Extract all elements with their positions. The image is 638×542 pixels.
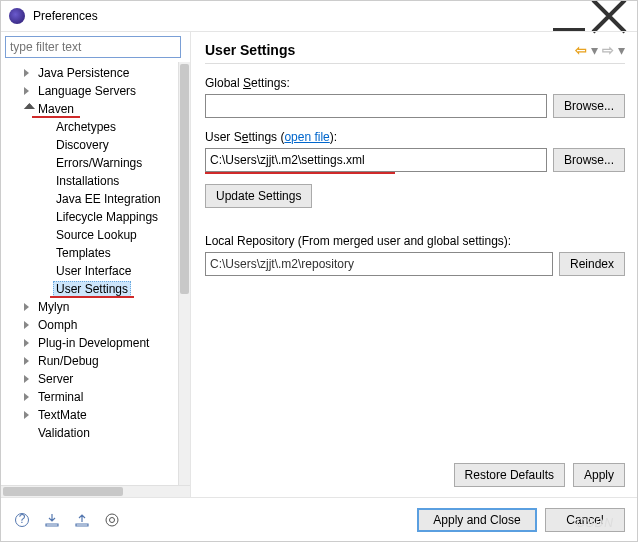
- tree-item-label: Java EE Integration: [53, 191, 164, 207]
- expand-icon[interactable]: [21, 84, 35, 98]
- tree-item-java-persistence[interactable]: Java Persistence: [3, 64, 178, 82]
- local-repo-input[interactable]: [205, 252, 553, 276]
- tree-item-label: TextMate: [35, 407, 90, 423]
- no-icon: [39, 138, 53, 152]
- tree-item-mylyn[interactable]: Mylyn: [3, 298, 178, 316]
- tree-item-user-interface[interactable]: User Interface: [3, 262, 178, 280]
- tree-item-errors-warnings[interactable]: Errors/Warnings: [3, 154, 178, 172]
- footer: ? Apply and Close Cancel CSDN: [1, 497, 637, 541]
- tree-item-lifecycle-mappings[interactable]: Lifecycle Mappings: [3, 208, 178, 226]
- tree-item-label: Language Servers: [35, 83, 139, 99]
- user-browse-button[interactable]: Browse...: [553, 148, 625, 172]
- tree-item-label: Source Lookup: [53, 227, 140, 243]
- tree-item-terminal[interactable]: Terminal: [3, 388, 178, 406]
- back-icon[interactable]: ⇦: [575, 42, 587, 58]
- nav-icons: ⇦ ▾ ⇨ ▾: [575, 42, 625, 58]
- tree-item-templates[interactable]: Templates: [3, 244, 178, 262]
- user-settings-input[interactable]: [205, 148, 547, 172]
- expand-icon[interactable]: [21, 66, 35, 80]
- close-button[interactable]: [589, 2, 629, 30]
- update-settings-button[interactable]: Update Settings: [205, 184, 312, 208]
- page-header: User Settings ⇦ ▾ ⇨ ▾: [205, 36, 625, 64]
- no-icon: [39, 120, 53, 134]
- tree-item-label: Lifecycle Mappings: [53, 209, 161, 225]
- tree-item-discovery[interactable]: Discovery: [3, 136, 178, 154]
- no-icon: [39, 192, 53, 206]
- sidebar: Java PersistenceLanguage ServersMavenArc…: [1, 32, 191, 497]
- restore-defaults-button[interactable]: Restore Defaults: [454, 463, 565, 487]
- tree-item-label: Discovery: [53, 137, 112, 153]
- expand-icon[interactable]: [21, 300, 35, 314]
- tree-item-label: Templates: [53, 245, 114, 261]
- expand-icon[interactable]: [21, 318, 35, 332]
- tree-item-installations[interactable]: Installations: [3, 172, 178, 190]
- oomph-icon[interactable]: [103, 511, 121, 529]
- tree-item-label: Maven: [35, 101, 77, 117]
- global-browse-button[interactable]: Browse...: [553, 94, 625, 118]
- tree-item-textmate[interactable]: TextMate: [3, 406, 178, 424]
- tree-item-label: Server: [35, 371, 76, 387]
- tree-item-java-ee-integration[interactable]: Java EE Integration: [3, 190, 178, 208]
- no-icon: [39, 264, 53, 278]
- svg-text:?: ?: [19, 512, 26, 526]
- tree-item-maven[interactable]: Maven: [3, 100, 178, 118]
- svg-point-4: [110, 517, 115, 522]
- import-icon[interactable]: [43, 511, 61, 529]
- tree-item-user-settings[interactable]: User Settings: [3, 280, 178, 298]
- svg-point-3: [106, 514, 118, 526]
- main-area: Java PersistenceLanguage ServersMavenArc…: [1, 31, 637, 497]
- tree-item-label: Plug-in Development: [35, 335, 152, 351]
- tree-item-plug-in-development[interactable]: Plug-in Development: [3, 334, 178, 352]
- tree-item-label: Java Persistence: [35, 65, 132, 81]
- footer-icons: ?: [13, 511, 121, 529]
- no-icon: [39, 282, 53, 296]
- no-icon: [39, 210, 53, 224]
- no-icon: [39, 174, 53, 188]
- local-repo-label: Local Repository (From merged user and g…: [205, 234, 625, 248]
- tree-item-archetypes[interactable]: Archetypes: [3, 118, 178, 136]
- help-icon[interactable]: ?: [13, 511, 31, 529]
- tree-item-validation[interactable]: Validation: [3, 424, 178, 442]
- no-icon: [39, 246, 53, 260]
- back-menu-icon[interactable]: ▾: [591, 42, 598, 58]
- tree-item-source-lookup[interactable]: Source Lookup: [3, 226, 178, 244]
- tree-item-label: User Interface: [53, 263, 134, 279]
- forward-icon[interactable]: ⇨: [602, 42, 614, 58]
- app-icon: [9, 8, 25, 24]
- tree-item-server[interactable]: Server: [3, 370, 178, 388]
- tree-item-label: Installations: [53, 173, 122, 189]
- vertical-scrollbar[interactable]: [178, 62, 190, 485]
- export-icon[interactable]: [73, 511, 91, 529]
- expand-icon[interactable]: [21, 390, 35, 404]
- no-icon: [39, 156, 53, 170]
- footer-buttons: Apply and Close Cancel: [417, 508, 625, 532]
- titlebar: Preferences: [1, 1, 637, 31]
- expand-icon[interactable]: [21, 354, 35, 368]
- tree-item-run-debug[interactable]: Run/Debug: [3, 352, 178, 370]
- tree-item-label: User Settings: [53, 281, 131, 297]
- filter-input[interactable]: [5, 36, 181, 58]
- tree-item-oomph[interactable]: Oomph: [3, 316, 178, 334]
- tree-item-label: Archetypes: [53, 119, 119, 135]
- expand-icon[interactable]: [21, 102, 35, 116]
- open-file-link[interactable]: open file: [284, 130, 329, 144]
- reindex-button[interactable]: Reindex: [559, 252, 625, 276]
- page-buttons: Restore Defaults Apply: [205, 453, 625, 497]
- expand-icon[interactable]: [21, 336, 35, 350]
- page-title: User Settings: [205, 42, 575, 58]
- content-pane: User Settings ⇦ ▾ ⇨ ▾ Global Settings: B…: [191, 32, 637, 497]
- tree-item-label: Run/Debug: [35, 353, 102, 369]
- tree-item-label: Validation: [35, 425, 93, 441]
- expand-icon[interactable]: [21, 408, 35, 422]
- expand-icon[interactable]: [21, 372, 35, 386]
- tree-item-language-servers[interactable]: Language Servers: [3, 82, 178, 100]
- global-settings-input[interactable]: [205, 94, 547, 118]
- minimize-button[interactable]: [549, 2, 589, 30]
- cancel-button[interactable]: Cancel: [545, 508, 625, 532]
- horizontal-scrollbar[interactable]: [1, 485, 190, 497]
- forward-menu-icon[interactable]: ▾: [618, 42, 625, 58]
- apply-button[interactable]: Apply: [573, 463, 625, 487]
- tree-item-label: Terminal: [35, 389, 86, 405]
- user-settings-label: User Settings (open file):: [205, 130, 625, 144]
- apply-and-close-button[interactable]: Apply and Close: [417, 508, 537, 532]
